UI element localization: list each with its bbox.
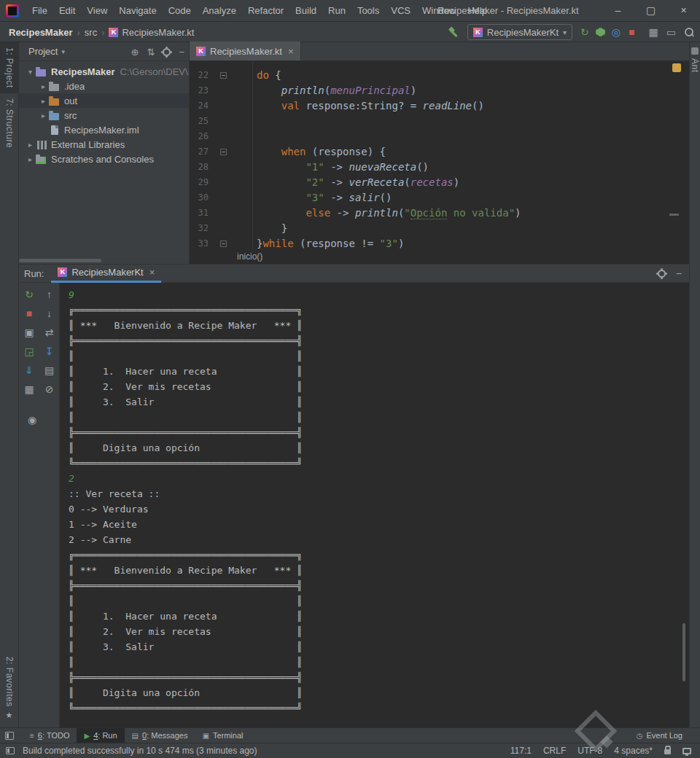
import-test-results-icon[interactable]: ⇓ bbox=[20, 361, 39, 380]
run-tab[interactable]: RecipiesMakerKt × bbox=[51, 265, 161, 283]
maximize-button[interactable]: ▢ bbox=[634, 0, 667, 22]
close-tab-icon[interactable]: × bbox=[288, 46, 294, 57]
fold-marker-icon[interactable]: − bbox=[220, 149, 227, 155]
stop-icon[interactable]: ■ bbox=[629, 27, 634, 37]
toolwindow-button-0-messages[interactable]: ▤0: Messages bbox=[125, 728, 195, 743]
tree-item-external-libraries[interactable]: ▸External Libraries bbox=[19, 137, 189, 152]
toolwindow-button-6-todo[interactable]: ≡6: TODO bbox=[23, 728, 77, 743]
restore-layout-icon[interactable]: ▦ bbox=[20, 380, 39, 399]
presentation-icon[interactable]: ▭ bbox=[666, 27, 676, 37]
tree-item-recipesmaker[interactable]: ▾RecipesMakerC:\Gerson\DEV\PLATA bbox=[19, 64, 189, 79]
tool-stripe-7-structure[interactable]: 7: Structure bbox=[0, 93, 18, 153]
menu-run[interactable]: Run bbox=[322, 0, 351, 22]
menu-edit[interactable]: Edit bbox=[53, 0, 81, 22]
dump-threads-icon[interactable]: ▣ bbox=[20, 323, 39, 342]
caret-position[interactable]: 117:1 bbox=[510, 746, 532, 756]
tree-item-src[interactable]: ▸src bbox=[19, 108, 189, 122]
fold-marker-icon[interactable]: − bbox=[220, 72, 227, 79]
hide-panel-icon[interactable]: − bbox=[676, 268, 682, 278]
rerun-icon[interactable]: ↻ bbox=[20, 285, 39, 304]
scroll-to-end-icon[interactable]: ↧ bbox=[40, 342, 59, 361]
prev-occurrence-icon[interactable]: ↑ bbox=[40, 285, 59, 304]
search-everywhere-icon[interactable] bbox=[684, 27, 694, 37]
run-console[interactable]: 9╔══════════════════════════════════════… bbox=[60, 283, 689, 727]
close-button[interactable]: × bbox=[667, 0, 700, 22]
line-number: 26 bbox=[190, 129, 209, 144]
toolwindow-button-event-log[interactable]: ◷Event Log bbox=[629, 728, 690, 743]
toolwindow-button-terminal[interactable]: ▣Terminal bbox=[195, 728, 250, 743]
coverage-icon[interactable]: ◎ bbox=[612, 27, 621, 37]
locate-icon[interactable]: ⊕ bbox=[131, 47, 139, 57]
project-panel-title[interactable]: Project bbox=[28, 46, 58, 57]
horizontal-scrollbar[interactable] bbox=[19, 259, 101, 262]
console-scrollbar[interactable] bbox=[682, 623, 685, 681]
line-separator[interactable]: CRLF bbox=[543, 746, 566, 756]
tree-item-recipesmaker-iml[interactable]: RecipesMaker.iml bbox=[19, 122, 189, 137]
menu-refactor[interactable]: Refactor bbox=[242, 0, 289, 22]
menu-tools[interactable]: Tools bbox=[351, 0, 385, 22]
menu-navigate[interactable]: Navigate bbox=[113, 0, 162, 22]
menu-file[interactable]: File bbox=[26, 0, 53, 22]
console-line: ╠═══════════════════════════════════════… bbox=[69, 578, 689, 593]
code-editor[interactable]: 22−do {23 println(menuPrincipal)24 val r… bbox=[190, 61, 689, 249]
code-line: 22−do { bbox=[190, 68, 689, 83]
minimize-button[interactable]: – bbox=[602, 0, 634, 22]
hide-panel-icon[interactable]: − bbox=[179, 47, 184, 57]
file-encoding[interactable]: UTF-8 bbox=[578, 746, 602, 756]
toolwindow-button-4-run[interactable]: ▶4: Run bbox=[77, 728, 124, 743]
toolwindow-toggle-icon[interactable] bbox=[6, 747, 15, 754]
tool-stripe-ant[interactable]: Ant bbox=[690, 42, 700, 78]
run-config-selector[interactable]: RecipiesMakerKt ▾ bbox=[467, 24, 572, 40]
next-occurrence-icon[interactable]: ↓ bbox=[40, 304, 59, 323]
run-panel-header: Run: RecipiesMakerKt × − bbox=[19, 264, 689, 283]
event-log-area: ◷Event Log bbox=[629, 728, 690, 743]
clear-all-icon[interactable]: ⊘ bbox=[40, 380, 59, 399]
console-line: 0 --> Verduras bbox=[69, 501, 689, 517]
debug-icon[interactable] bbox=[597, 28, 604, 36]
line-number: 27 bbox=[190, 144, 209, 160]
close-tab-icon[interactable]: × bbox=[149, 267, 155, 278]
highlighting-level-icon[interactable] bbox=[682, 748, 691, 754]
run-icon[interactable]: ↻ bbox=[580, 27, 589, 37]
console-line: ║ ║ bbox=[69, 655, 689, 670]
readonly-lock-icon[interactable] bbox=[664, 749, 671, 754]
coverage-icon[interactable]: ◲ bbox=[20, 342, 39, 361]
status-bar: Build completed successfully in 10 s 474… bbox=[0, 743, 700, 758]
code-line: 26 bbox=[190, 129, 689, 144]
breadcrumb-separator-icon: › bbox=[101, 27, 104, 38]
tool-stripe-1-project[interactable]: 1: Project bbox=[0, 42, 18, 93]
indent-style[interactable]: 4 spaces* bbox=[614, 746, 653, 756]
breadcrumb-recipiesmaker-kt[interactable]: RecipiesMaker.kt bbox=[109, 27, 194, 38]
stop-icon[interactable]: ■ bbox=[20, 304, 39, 323]
soft-wrap-icon[interactable]: ⇄ bbox=[40, 323, 59, 342]
menu-vcs[interactable]: VCS bbox=[385, 0, 416, 22]
fold-marker-icon[interactable]: − bbox=[220, 241, 227, 247]
tree-item-idea[interactable]: ▸.idea bbox=[19, 79, 189, 93]
tool-window-switcher-icon[interactable] bbox=[5, 732, 14, 740]
ant-icon bbox=[691, 47, 699, 55]
breadcrumb-recipesmaker[interactable]: RecipesMaker bbox=[9, 27, 72, 38]
print-icon[interactable]: ▤ bbox=[40, 361, 59, 380]
breadcrumb-function[interactable]: inicio() bbox=[237, 251, 262, 262]
menu-analyze[interactable]: Analyze bbox=[197, 0, 242, 22]
settings-icon[interactable] bbox=[658, 270, 666, 278]
menu-view[interactable]: View bbox=[81, 0, 113, 22]
menu-build[interactable]: Build bbox=[289, 0, 322, 22]
code-line: 23 println(menuPrincipal) bbox=[190, 83, 689, 98]
navigation-bar: RecipesMaker›src›RecipiesMaker.kt Recipi… bbox=[0, 22, 700, 42]
tool-windows-icon[interactable]: ▦ bbox=[649, 27, 658, 37]
console-line: ╚═══════════════════════════════════════… bbox=[69, 456, 689, 471]
editor-tab[interactable]: RecipiesMaker.kt × bbox=[190, 42, 301, 60]
inspection-status-indicator[interactable] bbox=[672, 63, 681, 72]
settings-icon[interactable] bbox=[163, 48, 171, 56]
chevron-right-icon: ▸ bbox=[38, 97, 49, 105]
menu-code[interactable]: Code bbox=[163, 0, 197, 22]
line-number: 22 bbox=[190, 68, 209, 83]
console-line: ║ *** Bienvenido a Recipe Maker *** ║ bbox=[69, 563, 689, 578]
tree-item-scratches-and-consoles[interactable]: ▸Scratches and Consoles bbox=[19, 152, 189, 166]
collapse-all-icon[interactable]: ⇅ bbox=[147, 47, 155, 57]
tree-item-out[interactable]: ▸out bbox=[19, 93, 189, 108]
breadcrumb-src[interactable]: src bbox=[85, 27, 97, 38]
build-project-icon[interactable] bbox=[448, 27, 459, 38]
tool-stripe-2-favorites[interactable]: 2: Favorites★ bbox=[0, 652, 18, 727]
